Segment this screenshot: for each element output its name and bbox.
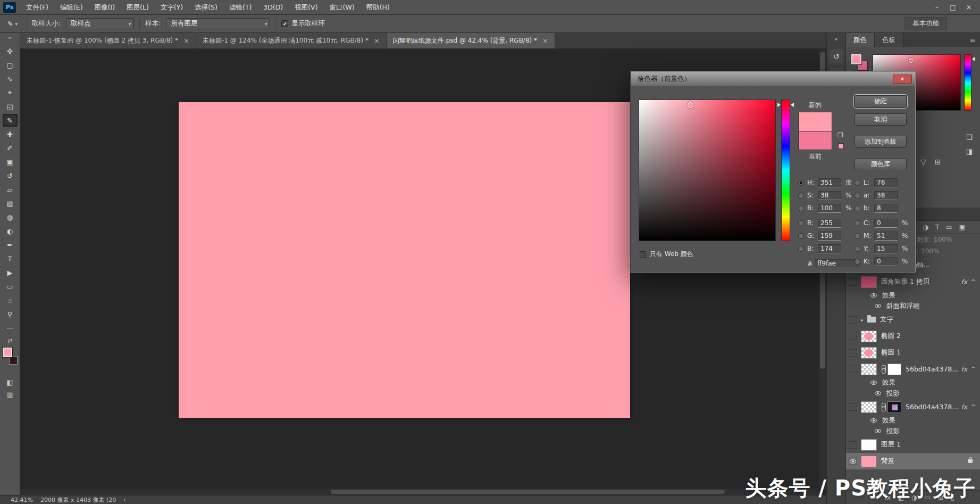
web-safe-cube-icon[interactable]: ❒ [837, 131, 843, 139]
visibility-toggle[interactable] [849, 441, 857, 449]
menu-item[interactable]: 窗口(W) [324, 0, 361, 15]
web-safe-color-swatch[interactable] [838, 143, 844, 149]
layer-mask-thumbnail[interactable] [887, 363, 901, 375]
radio-button[interactable] [798, 193, 804, 199]
value-field[interactable]: 51 [874, 232, 898, 241]
value-field[interactable]: 174 [818, 244, 841, 253]
saturation-brightness-field[interactable] [639, 100, 776, 241]
horizontal-scrollbar-thumb[interactable] [331, 490, 725, 494]
hue-slider[interactable] [781, 100, 790, 241]
visibility-toggle[interactable] [849, 458, 857, 465]
swap-colors-icon[interactable]: ⇄ [7, 337, 12, 344]
eyedropper-tool[interactable]: ✎ [3, 114, 18, 127]
visibility-toggle[interactable] [869, 417, 878, 424]
layer-thumbnail[interactable] [861, 401, 877, 413]
current-color-swatch[interactable] [798, 131, 832, 150]
menu-item[interactable]: 图层(L) [121, 0, 155, 15]
value-field[interactable]: 0 [874, 219, 898, 228]
radio-button[interactable] [798, 246, 804, 252]
toolbar-collapse-icon[interactable]: » [9, 35, 12, 40]
hue-slider-marker[interactable] [972, 57, 975, 61]
web-colors-only-option[interactable]: 只有 Web 颜色 [640, 250, 693, 259]
radio-button[interactable] [855, 205, 860, 211]
color-panel-hue-slider[interactable] [964, 54, 971, 111]
effect-row[interactable]: 投影 [846, 426, 980, 436]
layer-row[interactable]: 圆角矩形 1 拷贝 fx ^ [846, 274, 980, 290]
effect-row[interactable]: 投影 [846, 388, 980, 399]
radio-button[interactable] [855, 193, 860, 199]
dialog-titlebar[interactable]: 拾色器（前景色） ✕ [631, 72, 915, 86]
visibility-toggle[interactable] [849, 333, 857, 340]
disclosure-icon[interactable]: ▸ [861, 317, 867, 323]
style-icon[interactable]: ◨ [966, 147, 973, 155]
layer-effects-badge[interactable]: fx ^ [961, 366, 980, 373]
visibility-toggle[interactable] [849, 316, 857, 324]
menu-item[interactable]: 滤镜(T) [223, 0, 257, 15]
ok-button[interactable]: 确定 [855, 95, 907, 108]
visibility-toggle[interactable] [849, 278, 857, 286]
hex-value-field[interactable]: ff9fae [815, 259, 860, 268]
radio-button[interactable] [855, 220, 860, 226]
adjustment-icon[interactable]: ⊞ [935, 158, 941, 166]
layer-thumbnail[interactable] [861, 331, 877, 342]
visibility-toggle[interactable] [874, 390, 882, 397]
move-tool[interactable]: ✜ [3, 45, 18, 57]
cancel-button[interactable]: 取消 [855, 113, 907, 126]
collapse-effects-icon[interactable]: ^ [971, 366, 976, 373]
lasso-tool[interactable]: ∿ [3, 72, 18, 85]
layer-filter-icon[interactable]: ◑ [923, 224, 928, 231]
radio-button[interactable] [855, 259, 860, 265]
tab-close-icon[interactable]: × [374, 37, 380, 45]
zoom-level[interactable]: 42.41% [11, 497, 33, 503]
radio-button[interactable] [855, 233, 860, 239]
layer-effects-badge[interactable]: fx ^ [961, 278, 980, 286]
workspace-switcher-button[interactable]: 基本功能 [904, 17, 947, 30]
path-selection-tool[interactable]: ▶ [3, 266, 18, 279]
layer-mask-thumbnail[interactable] [887, 401, 901, 413]
add-to-swatches-button[interactable]: 添加到色板 [855, 136, 907, 148]
zoom-tool[interactable]: ⚲ [3, 308, 18, 320]
radio-button[interactable] [798, 220, 804, 226]
visibility-toggle[interactable] [874, 302, 882, 310]
checkbox-unchecked[interactable] [640, 251, 646, 258]
expand-panels-icon[interactable]: « [834, 36, 837, 42]
panel-menu-icon[interactable]: ≡ [970, 36, 976, 44]
radio-button[interactable] [855, 246, 860, 252]
layer-group-row[interactable]: ▸ 文字 [846, 311, 980, 328]
effects-header-row[interactable]: 效果 [846, 377, 980, 388]
sample-layers-dropdown[interactable]: 所有图层 ▾ [166, 18, 270, 29]
tab-close-icon[interactable]: × [542, 37, 548, 45]
hue-slider-marker[interactable] [777, 103, 781, 107]
layer-filter-icon[interactable]: T [935, 224, 939, 231]
hue-slider-marker[interactable] [791, 103, 794, 107]
value-field[interactable]: 159 [818, 232, 841, 241]
minimize-button[interactable]: – [929, 4, 945, 11]
layer-effects-badge[interactable]: fx ^ [961, 403, 980, 411]
color-libraries-button[interactable]: 颜色库 [855, 158, 907, 170]
radio-button[interactable] [798, 233, 804, 239]
pen-tool[interactable]: ✒ [3, 238, 18, 251]
radio-button[interactable] [798, 180, 804, 186]
layer-thumbnail[interactable] [861, 363, 877, 375]
visibility-toggle[interactable] [869, 379, 878, 386]
visibility-toggle[interactable] [874, 427, 882, 435]
radio-button[interactable] [798, 205, 804, 211]
spot-healing-tool[interactable]: ✚ [3, 128, 18, 141]
edit-toolbar-icon[interactable]: ⋯ [7, 325, 13, 332]
eraser-tool[interactable]: ▱ [3, 183, 18, 196]
value-field[interactable]: 255 [818, 219, 841, 228]
effects-header-row[interactable]: 效果 [846, 415, 980, 426]
menu-item[interactable]: 文件(F) [20, 0, 54, 15]
history-brush-tool[interactable]: ↺ [3, 169, 18, 182]
visibility-toggle[interactable] [849, 349, 857, 357]
value-field[interactable]: 0 [874, 257, 898, 266]
style-icon[interactable]: ❑ [966, 133, 973, 141]
history-panel-icon[interactable]: ↺ [830, 49, 843, 63]
shape-tool[interactable]: ▭ [3, 280, 18, 293]
layer-thumbnail[interactable] [861, 439, 877, 451]
color-field-marker[interactable] [909, 58, 914, 63]
layer-filter-icon[interactable]: ▭ [946, 224, 952, 231]
dialog-close-button[interactable]: ✕ [893, 75, 912, 84]
crop-tool[interactable]: ◱ [3, 100, 18, 113]
mask-link-icon[interactable] [881, 365, 885, 373]
